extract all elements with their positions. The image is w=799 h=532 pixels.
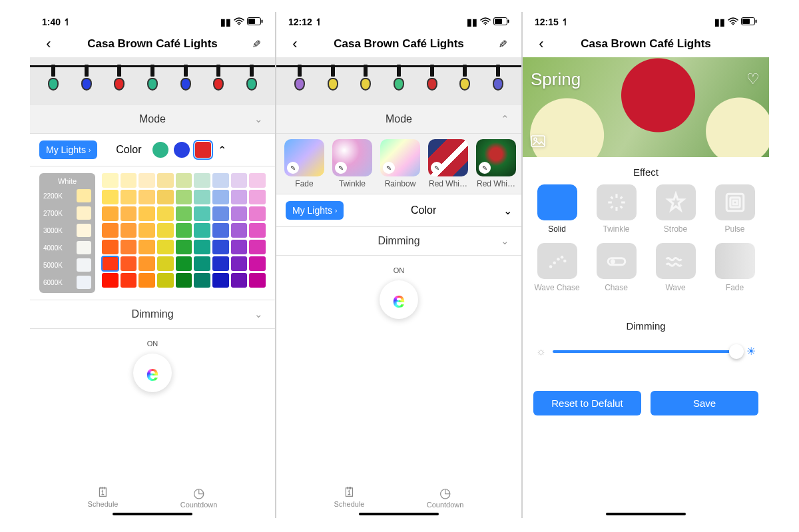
palette-cell[interactable]	[231, 190, 248, 204]
palette-cell[interactable]	[102, 206, 119, 221]
palette-cell[interactable]	[121, 256, 137, 271]
palette-cell[interactable]	[231, 273, 248, 288]
mode-card-xmas[interactable]: ✎Red Whi…	[476, 139, 516, 188]
pencil-icon[interactable]: ✎	[335, 162, 347, 174]
palette-cell[interactable]	[102, 256, 119, 271]
palette-cell[interactable]	[102, 173, 119, 188]
power-button[interactable]: e	[379, 280, 419, 320]
mode-card-flag[interactable]: ✎Red Whi…	[428, 139, 468, 188]
palette-cell[interactable]	[176, 223, 192, 238]
kelvin-option[interactable]: 2200K	[43, 189, 91, 202]
chevron-down-icon[interactable]: ⌄	[503, 204, 512, 217]
palette-cell[interactable]	[249, 206, 266, 221]
edit-button[interactable]: ✎	[499, 38, 507, 51]
tab-schedule[interactable]: 🗓 Schedule	[88, 485, 119, 509]
palette-cell[interactable]	[231, 223, 248, 238]
mode-card-twinkle[interactable]: ✎Twinkle	[332, 139, 372, 188]
kelvin-option[interactable]: 3000K	[43, 224, 91, 237]
palette-cell[interactable]	[231, 206, 248, 221]
palette-cell[interactable]	[121, 223, 137, 238]
modes-carousel[interactable]: ✎Fade ✎Twinkle ✎Rainbow ✎Red Whi… ✎Red W…	[276, 134, 521, 194]
palette-cell[interactable]	[157, 240, 174, 254]
pencil-icon[interactable]: ✎	[383, 162, 395, 174]
palette-cell[interactable]	[176, 173, 192, 188]
pencil-icon[interactable]: ✎	[479, 162, 491, 174]
palette-cell[interactable]	[157, 190, 174, 204]
reset-button[interactable]: Reset to Defalut	[533, 391, 641, 415]
effect-solid[interactable]: Solid	[532, 184, 582, 234]
back-button[interactable]: ‹	[292, 35, 297, 53]
palette-cell[interactable]	[212, 240, 229, 254]
tab-countdown[interactable]: ◷ Countdown	[180, 485, 218, 509]
palette-cell[interactable]	[121, 206, 137, 221]
change-photo-button[interactable]	[531, 135, 545, 150]
my-lights-pill[interactable]: My Lights›	[286, 201, 344, 220]
favorite-button[interactable]: ♡	[746, 71, 760, 88]
save-button[interactable]: Save	[651, 391, 758, 415]
mode-row[interactable]: Mode ⌄	[30, 105, 275, 134]
power-button[interactable]: e	[133, 353, 172, 393]
kelvin-option[interactable]: 6000K	[43, 276, 91, 289]
palette-cell[interactable]	[121, 240, 137, 254]
effect-chase[interactable]: Chase	[591, 243, 641, 292]
palette-cell[interactable]	[157, 256, 174, 271]
dimming-slider[interactable]	[553, 350, 740, 353]
palette-cell[interactable]	[194, 240, 210, 254]
kelvin-option[interactable]: 5000K	[43, 258, 91, 272]
pencil-icon[interactable]: ✎	[431, 162, 443, 174]
dimming-row[interactable]: Dimming ⌄	[30, 300, 275, 329]
effect-wave-chase[interactable]: Wave Chase	[532, 243, 582, 292]
palette-cell[interactable]	[212, 206, 229, 221]
dimming-row[interactable]: Dimming ⌄	[276, 227, 521, 256]
kelvin-option[interactable]: 2700K	[43, 206, 91, 220]
my-lights-pill[interactable]: My Lights›	[39, 140, 97, 159]
palette-cell[interactable]	[102, 190, 119, 204]
palette-cell[interactable]	[212, 273, 229, 288]
palette-cell[interactable]	[194, 173, 210, 188]
pencil-icon[interactable]: ✎	[287, 162, 299, 174]
effect-fade[interactable]: Fade	[710, 243, 760, 292]
color-swatch-2[interactable]	[174, 142, 190, 158]
palette-cell[interactable]	[249, 173, 266, 188]
edit-button[interactable]: ✎	[252, 38, 261, 51]
effect-strobe[interactable]: Strobe	[651, 184, 700, 234]
palette-cell[interactable]	[249, 256, 266, 271]
palette-cell[interactable]	[138, 206, 155, 221]
effect-twinkle[interactable]: Twinkle	[591, 184, 641, 234]
palette-cell[interactable]	[249, 240, 266, 254]
palette-cell[interactable]	[212, 223, 229, 238]
palette-cell[interactable]	[157, 273, 174, 288]
color-swatch-3[interactable]	[195, 142, 211, 158]
palette-cell[interactable]	[157, 206, 174, 221]
palette-cell[interactable]	[121, 173, 137, 188]
palette-cell[interactable]	[194, 273, 210, 288]
palette-cell[interactable]	[157, 173, 174, 188]
palette-cell[interactable]	[176, 190, 192, 204]
palette-cell[interactable]	[138, 190, 155, 204]
palette-cell[interactable]	[194, 256, 210, 271]
palette-cell[interactable]	[138, 256, 155, 271]
palette-cell[interactable]	[249, 223, 266, 238]
kelvin-option[interactable]: 4000K	[43, 241, 91, 254]
palette-cell[interactable]	[121, 190, 137, 204]
palette-cell[interactable]	[138, 240, 155, 254]
palette-cell[interactable]	[212, 190, 229, 204]
palette-cell[interactable]	[176, 273, 192, 288]
palette-cell[interactable]	[102, 273, 119, 288]
color-swatch-1[interactable]	[152, 142, 168, 158]
palette-cell[interactable]	[176, 256, 192, 271]
palette-cell[interactable]	[138, 173, 155, 188]
palette-cell[interactable]	[194, 206, 210, 221]
palette-cell[interactable]	[176, 206, 192, 221]
palette-cell[interactable]	[176, 240, 192, 254]
palette-cell[interactable]	[231, 173, 248, 188]
mode-card-fade[interactable]: ✎Fade	[284, 139, 324, 188]
back-button[interactable]: ‹	[539, 35, 543, 53]
tab-schedule[interactable]: 🗓 Schedule	[334, 485, 365, 509]
chevron-up-icon[interactable]: ⌃	[218, 144, 226, 156]
effect-wave[interactable]: Wave	[651, 243, 700, 292]
effect-pulse[interactable]: Pulse	[710, 184, 760, 234]
palette-cell[interactable]	[231, 256, 248, 271]
palette-cell[interactable]	[231, 240, 248, 254]
mode-row[interactable]: Mode ⌃	[276, 105, 521, 134]
